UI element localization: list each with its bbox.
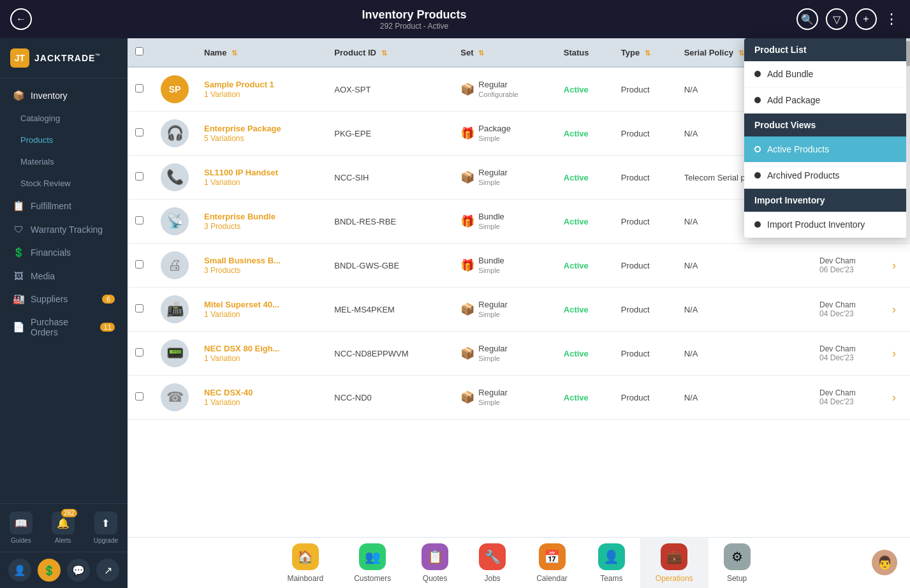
- row-set-cell: 📦RegularSimple: [453, 376, 555, 420]
- row-type-cell: Product: [613, 288, 677, 332]
- upgrade-button[interactable]: ⬆ Upgrade: [94, 511, 118, 544]
- dropdown-scrollbar[interactable]: [906, 38, 910, 238]
- product-name-link[interactable]: SL1100 IP Handset: [204, 168, 319, 177]
- select-all-checkbox[interactable]: [135, 47, 143, 55]
- bottom-nav-quotes[interactable]: 📋 Quotes: [406, 538, 464, 588]
- user-avatar-area[interactable]: 👨: [872, 550, 897, 575]
- sidebar-item-media[interactable]: 🖼 Media: [3, 265, 125, 287]
- row-name-cell: NEC DSX 80 Eigh...1 Variation: [196, 332, 327, 376]
- row-checkbox-cell: [128, 244, 153, 288]
- th-type[interactable]: Type ⇅: [613, 38, 677, 67]
- sidebar-item-cataloging[interactable]: Cataloging: [3, 108, 125, 129]
- row-chevron-icon[interactable]: ›: [892, 303, 896, 316]
- row-serial-policy-cell: N/A: [677, 288, 812, 332]
- set-icon: 📦: [460, 82, 474, 96]
- bottom-nav-teams[interactable]: 👤 Teams: [583, 538, 640, 588]
- add-bundle-label: Add Bundle: [767, 69, 813, 79]
- guides-label: Guides: [11, 537, 31, 544]
- user-profile-button[interactable]: 👤: [8, 559, 31, 582]
- product-name-link[interactable]: Sample Product 1: [204, 80, 319, 89]
- row-checkbox[interactable]: [135, 392, 143, 401]
- set-type: Regular: [478, 80, 508, 89]
- sidebar-label-suppliers: Suppliers: [31, 294, 68, 304]
- row-checkbox[interactable]: [135, 128, 143, 136]
- product-name-link[interactable]: NEC DSX 80 Eigh...: [204, 344, 319, 353]
- sidebar-item-materials[interactable]: Materials: [3, 151, 125, 172]
- sidebar-item-suppliers[interactable]: 🏭 Suppliers 6: [3, 288, 125, 311]
- chat-button[interactable]: 💬: [67, 559, 90, 582]
- row-action-cell[interactable]: ›: [884, 244, 910, 288]
- row-status-cell: Active: [556, 67, 613, 112]
- row-chevron-icon[interactable]: ›: [892, 347, 896, 360]
- th-status: Status: [556, 38, 613, 67]
- row-checkbox[interactable]: [135, 260, 143, 268]
- dropdown-section-product-list: Product List: [744, 38, 910, 61]
- row-chevron-icon[interactable]: ›: [892, 259, 896, 272]
- back-button[interactable]: ←: [10, 8, 32, 30]
- row-checkbox[interactable]: [135, 84, 143, 92]
- row-action-cell[interactable]: ›: [884, 332, 910, 376]
- bottom-nav-customers[interactable]: 👥 Customers: [339, 538, 406, 588]
- bottom-nav-mainboard[interactable]: 🏠 Mainboard: [272, 538, 339, 588]
- set-icon: 📦: [460, 170, 474, 184]
- row-set-cell: 📦RegularSimple: [453, 156, 555, 200]
- th-name[interactable]: Name ⇅: [196, 38, 327, 67]
- guides-button[interactable]: 📖 Guides: [10, 511, 33, 544]
- sidebar-item-financials[interactable]: 💲 Financials: [3, 241, 125, 264]
- product-variation: 3 Products: [204, 266, 240, 275]
- dropdown-add-package[interactable]: Add Package: [744, 87, 910, 114]
- product-variation: 1 Variation: [204, 178, 240, 187]
- bottom-nav: 🏠 Mainboard 👥 Customers 📋 Quotes 🔧 Jobs …: [128, 537, 910, 588]
- dropdown-active-products[interactable]: Active Products: [744, 136, 910, 163]
- row-action-cell[interactable]: ›: [884, 376, 910, 420]
- filter-button[interactable]: ▽: [826, 8, 848, 30]
- add-button[interactable]: +: [855, 8, 877, 30]
- sidebar-item-stock-review[interactable]: Stock Review: [3, 173, 125, 194]
- row-checkbox[interactable]: [135, 348, 143, 356]
- product-name-link[interactable]: Enterprise Package: [204, 124, 319, 133]
- row-status-cell: Active: [556, 332, 613, 376]
- sidebar-item-inventory[interactable]: 📦 Inventory: [3, 84, 125, 107]
- th-set[interactable]: Set ⇅: [453, 38, 555, 67]
- sidebar-item-products[interactable]: Products: [3, 129, 125, 151]
- add-package-label: Add Package: [767, 95, 820, 105]
- product-name-link[interactable]: Small Business B...: [204, 256, 319, 265]
- share-button[interactable]: ↗: [96, 559, 119, 582]
- dollar-button[interactable]: 💲: [38, 559, 61, 582]
- row-checkbox[interactable]: [135, 172, 143, 180]
- dot-icon: [754, 172, 761, 179]
- financials-icon: 💲: [13, 247, 24, 258]
- dropdown-import-product-inventory[interactable]: Import Product Inventory: [744, 212, 910, 238]
- search-button[interactable]: 🔍: [796, 8, 818, 30]
- row-product-id-cell: NCC-ND8EPPWVM: [327, 332, 453, 376]
- bottom-nav-setup[interactable]: ⚙ Setup: [708, 538, 766, 588]
- product-name-link[interactable]: Mitel Superset 40...: [204, 300, 319, 309]
- th-product-id[interactable]: Product ID ⇅: [327, 38, 453, 67]
- bottom-nav-jobs[interactable]: 🔧 Jobs: [464, 538, 521, 588]
- set-icon: 🎁: [460, 214, 474, 228]
- alerts-button[interactable]: 🔔 Alerts 262: [52, 511, 75, 544]
- calendar-icon: 📅: [539, 543, 566, 570]
- purchase-orders-icon: 📄: [13, 321, 24, 333]
- product-avatar: 🖨: [161, 251, 189, 279]
- quotes-label: Quotes: [423, 574, 448, 583]
- dropdown-add-bundle[interactable]: Add Bundle: [744, 61, 910, 87]
- sidebar-label-inventory: Inventory: [31, 91, 68, 101]
- row-checkbox[interactable]: [135, 216, 143, 224]
- row-set-cell: 📦RegularConfigurable: [453, 67, 555, 112]
- bottom-nav-operations[interactable]: 💼 Operations: [640, 538, 708, 588]
- quotes-icon: 📋: [422, 543, 448, 570]
- row-chevron-icon[interactable]: ›: [892, 391, 896, 404]
- product-name-link[interactable]: NEC DSX-40: [204, 388, 319, 397]
- dropdown-archived-products[interactable]: Archived Products: [744, 163, 910, 189]
- row-action-cell[interactable]: ›: [884, 288, 910, 332]
- row-product-id-cell: BNDL-GWS-GBE: [327, 244, 453, 288]
- product-name-link[interactable]: Enterprise Bundle: [204, 212, 319, 221]
- row-checkbox[interactable]: [135, 304, 143, 312]
- sidebar-item-warranty[interactable]: 🛡 Warranty Tracking: [3, 218, 125, 240]
- bottom-nav-calendar[interactable]: 📅 Calendar: [521, 538, 583, 588]
- sidebar-item-purchase-orders[interactable]: 📄 Purchase Orders 11: [3, 311, 125, 343]
- more-button[interactable]: ⋮: [884, 11, 900, 27]
- sort-type-icon: ⇅: [645, 49, 650, 57]
- sidebar-item-fulfillment[interactable]: 📋 Fulfillment: [3, 195, 125, 217]
